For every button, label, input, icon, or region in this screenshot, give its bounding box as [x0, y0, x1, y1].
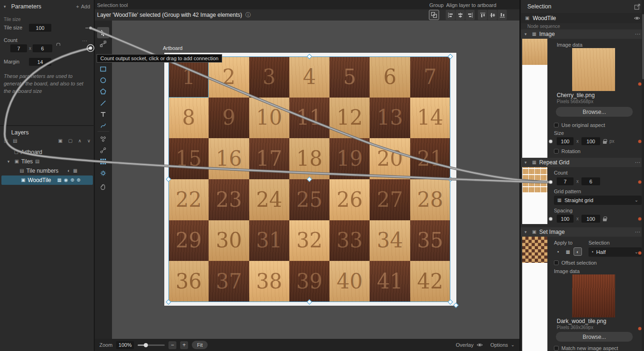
chevron-down-icon[interactable]: ⌄ — [511, 343, 515, 347]
section-menu-icon[interactable]: ⋯ — [635, 159, 641, 166]
count-x-input[interactable]: 7 — [10, 44, 27, 52]
spacing-x-input[interactable]: 100 — [557, 215, 574, 223]
align-left-button[interactable] — [446, 10, 455, 20]
line-icon — [100, 100, 106, 106]
select-tool-button[interactable] — [97, 27, 109, 38]
rectangle-tool-button[interactable] — [97, 63, 109, 75]
grid-tool-button[interactable] — [97, 156, 109, 167]
zoom-fit-button[interactable]: Fit — [192, 341, 208, 349]
line-tool-button[interactable] — [97, 98, 109, 109]
group-button[interactable] — [429, 10, 439, 20]
artboard[interactable]: 1234567891011121314151617181920212223242… — [164, 53, 456, 306]
eye-icon[interactable] — [476, 343, 483, 347]
margin-input[interactable]: 14 — [29, 58, 51, 66]
collapse-icon[interactable]: ▾ — [4, 130, 8, 135]
pattern-tool-button[interactable] — [97, 168, 109, 179]
flatten-icon[interactable]: ▣ — [58, 139, 62, 143]
shapes-tool-button[interactable] — [97, 133, 109, 145]
use-original-aspect-checkbox[interactable] — [554, 123, 559, 127]
connector-tool-button[interactable] — [97, 145, 109, 156]
delete-layer-icon[interactable]: ▢ — [68, 139, 72, 143]
zoom-slider-thumb[interactable] — [144, 343, 148, 347]
move-down-icon[interactable]: ∨ — [87, 139, 91, 143]
info-icon[interactable]: ⓘ — [245, 12, 251, 18]
size-x-input[interactable]: 100 — [557, 137, 574, 145]
section-menu-icon[interactable]: ⋯ — [635, 31, 641, 37]
text-tool-button[interactable] — [97, 109, 109, 120]
count-menu-icon[interactable]: ⋯ — [82, 38, 88, 44]
repeat-grid-node-thumbnail[interactable] — [522, 167, 547, 193]
group-section-label: Group — [429, 2, 444, 8]
overlay-label[interactable]: Overlay — [456, 342, 474, 348]
count-x-input[interactable]: 7 — [557, 177, 574, 185]
expand-icon[interactable]: ▾ — [7, 159, 12, 164]
align-bottom-button[interactable] — [497, 10, 507, 20]
selection-dropdown[interactable]: • Half ⌄ — [588, 247, 642, 257]
selected-layer-row[interactable]: ▣ WoodTile — [521, 13, 644, 23]
set-image-node-thumbnail[interactable] — [522, 237, 547, 263]
add-parameter-button[interactable]: + Add — [76, 4, 90, 9]
zoom-out-button[interactable]: − — [168, 341, 176, 349]
offset-selection-checkbox[interactable] — [554, 260, 559, 265]
viewport[interactable]: Artboard 1234567891011121314151617181920… — [95, 21, 519, 339]
cherry-tile-preview[interactable] — [572, 48, 615, 91]
tile-size-input[interactable]: 100 — [29, 24, 51, 32]
apply-half-button[interactable]: ◐ — [574, 247, 582, 256]
layer-row-woodtile[interactable]: ▣ WoodTile ▦ ◉ ⊕ ⊕ — [1, 176, 93, 185]
layer-row-tiles[interactable]: ▾ ▣ Tiles ▤ — [0, 157, 94, 166]
new-layer-icon[interactable]: ▢ — [4, 139, 8, 143]
apply-grid-button[interactable]: ▦ — [564, 247, 572, 256]
zoom-in-button[interactable]: + — [180, 341, 188, 349]
align-right-button[interactable] — [465, 10, 475, 20]
count-y-input[interactable]: 6 — [581, 177, 600, 185]
align-top-button[interactable] — [478, 10, 487, 20]
image-node-thumbnail[interactable] — [522, 39, 547, 65]
size-y-input[interactable]: 100 — [581, 137, 600, 145]
path-tool-button[interactable] — [97, 38, 109, 49]
artboard-label[interactable]: Artboard — [163, 45, 182, 51]
section-menu-icon[interactable]: ⋯ — [635, 229, 641, 235]
zoom-slider[interactable] — [138, 343, 165, 347]
align-buttons — [446, 10, 507, 20]
ellipse-tool-button[interactable] — [97, 75, 109, 86]
image-section-header[interactable]: ▾ ▦ Image ⋯ — [521, 29, 644, 39]
artboard-corner-handle[interactable] — [453, 302, 458, 308]
visibility-eye-icon[interactable] — [634, 16, 640, 21]
align-vertical-center-button[interactable] — [488, 10, 497, 20]
new-group-icon[interactable]: ▤ — [13, 139, 17, 143]
panel-scrollbar[interactable] — [642, 0, 644, 351]
times-separator: x — [576, 179, 579, 184]
spacing-ratio-lock-icon[interactable] — [603, 218, 607, 221]
match-aspect-checkbox[interactable] — [554, 346, 559, 351]
scrollbar-thumb[interactable] — [642, 14, 644, 79]
tool-shelf — [95, 21, 112, 339]
align-horizontal-center-button[interactable] — [455, 10, 465, 20]
apply-all-button[interactable]: • — [554, 247, 562, 256]
rotation-checkbox[interactable] — [554, 149, 559, 154]
layer-row-tile-numbers[interactable]: ▤ Tile numbers ◐ ▦ — [0, 166, 94, 176]
export-icon[interactable] — [634, 4, 640, 10]
count-y-input[interactable]: 6 — [33, 44, 52, 52]
options-label[interactable]: Options — [490, 342, 508, 348]
hand-tool-button[interactable] — [97, 181, 109, 192]
spacing-y-input[interactable]: 100 — [581, 215, 600, 223]
polygon-tool-button[interactable] — [97, 86, 109, 97]
dark-wood-tile-preview[interactable] — [572, 274, 615, 317]
layer-row-artboard[interactable]: ▢ Artboard — [0, 147, 94, 157]
move-up-icon[interactable]: ∧ — [78, 139, 81, 143]
spline-tool-button[interactable] — [97, 120, 109, 131]
grid-pattern-dropdown[interactable]: ▦ Straight grid ⌄ — [554, 196, 642, 205]
layer-label: Artboard — [21, 149, 42, 155]
collapse-icon[interactable]: ▾ — [4, 4, 8, 9]
repeat-grid-section-header[interactable]: ▾ ▦ Repeat Grid ⋯ — [521, 158, 644, 167]
collapse-icon[interactable]: ▾ — [525, 32, 529, 36]
set-image-section-header[interactable]: ▾ ▣ Set Image ⋯ — [521, 227, 644, 237]
dot-icon: • — [592, 250, 594, 254]
browse-button[interactable]: Browse... — [556, 332, 633, 342]
zoom-input[interactable]: 100% — [116, 341, 134, 349]
collapse-icon[interactable]: ▾ — [525, 160, 529, 165]
collapse-icon[interactable]: ▾ — [525, 230, 529, 234]
parameters-description: These parameters are used to generate th… — [4, 73, 89, 95]
size-ratio-lock-icon[interactable] — [603, 141, 607, 144]
browse-button[interactable]: Browse... — [556, 107, 633, 117]
